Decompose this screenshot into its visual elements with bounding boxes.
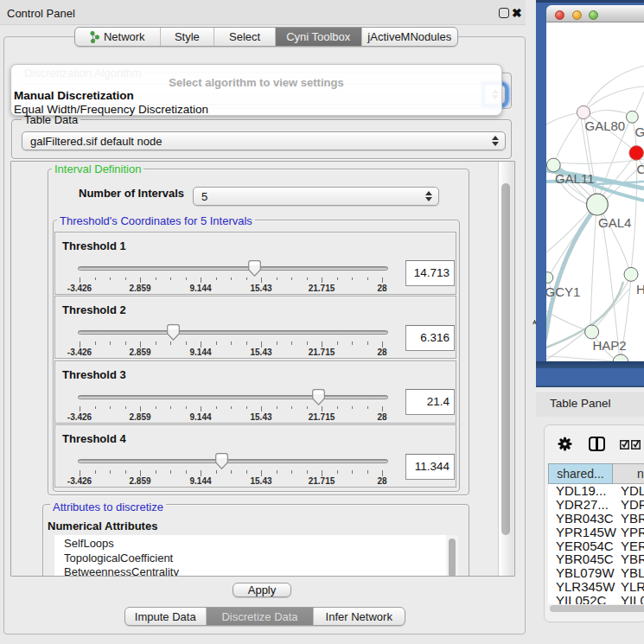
svg-text:GCY1: GCY1 [546,284,580,299]
svg-text:GAL11: GAL11 [555,171,595,186]
svg-text:GA: GA [635,124,644,139]
svg-text:GAL80: GAL80 [585,118,626,133]
svg-text:HAP2: HAP2 [593,338,627,353]
svg-text:GAL4: GAL4 [598,215,631,230]
svg-text:H: H [636,282,644,296]
svg-text:C: C [637,162,644,176]
